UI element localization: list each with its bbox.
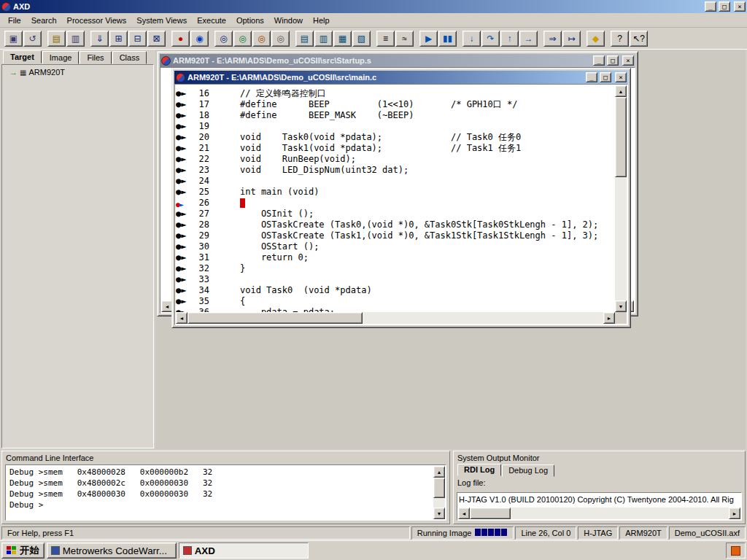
start-button[interactable]: 开始 [1,542,44,559]
code-line[interactable]: ●► 23 void LED_DispNum(uint32 dat); [176,165,615,176]
register-window-button[interactable]: ⊟ [128,31,147,47]
breakpoint-gutter[interactable]: ●► [176,121,186,132]
scroll-up-button[interactable]: ▲ [615,85,627,97]
log-horizontal-scrollbar[interactable]: ◄ ► [458,508,740,519]
backtrace-window-button[interactable]: ▥ [314,31,333,47]
load-session-button[interactable]: ▥ [66,31,85,47]
startup-maximize-button[interactable]: □ [607,55,619,66]
main-maximize-button[interactable]: □ [600,72,611,82]
high-level-symbols-button[interactable]: ≈ [395,31,414,47]
app-maximize-button[interactable]: □ [719,1,730,12]
menu-item[interactable]: Processor Views [62,15,132,26]
editor-horizontal-scrollbar[interactable]: ◄ ► [176,312,615,324]
find-in-source-button[interactable]: ◎ [271,31,290,47]
scrollbar-thumb[interactable] [615,97,627,177]
tree-item-arm920t[interactable]: → ▦ ARM920T [2,65,153,77]
tab-rdi-log[interactable]: RDI Log [457,464,501,476]
scroll-up-button[interactable]: ▲ [433,466,445,478]
main-source-window[interactable]: ARM920T - E:\ARM\ADS\Demo_uCOSII\src\mai… [171,68,631,328]
breakpoint-gutter[interactable]: ●► [176,165,186,176]
code-line[interactable]: ●► 24 [176,176,615,187]
code-line[interactable]: ●► 30 OSStart (); [176,241,615,252]
stop-button[interactable]: ▮▮ [438,31,457,47]
watch-window-button[interactable]: ⊠ [147,31,166,47]
set-pc-button[interactable]: ⇒ [543,31,562,47]
menu-item[interactable]: Help [308,15,335,26]
breakpoint-gutter[interactable]: ●► [176,143,186,154]
source-view-button[interactable]: ◎ [214,31,233,47]
log-file-view[interactable]: H-JTAG V1.0 (BUILD 20100120) Copyright (… [457,492,742,521]
open-file-button[interactable]: ▤ [47,31,66,47]
run-button[interactable]: ▶ [419,31,438,47]
code-line[interactable]: ●► 19 [176,121,615,132]
breakpoint-gutter[interactable]: ●► [176,241,186,252]
code-line[interactable]: ●► 22 void RunBeep(void); [176,154,615,165]
load-image-button[interactable]: ▣ [4,31,23,47]
breakpoint-gutter[interactable]: ●► [176,99,186,110]
goto-button[interactable]: ↦ [562,31,581,47]
scrollbar-thumb[interactable] [470,508,511,519]
step-over-button[interactable]: ↷ [481,31,500,47]
menu-item[interactable]: Search [26,15,62,26]
toggle-watchpoint-button[interactable]: ◉ [190,31,209,47]
code-line[interactable]: ●► 29 OSTaskCreate (Task1,(void *)0, &Ta… [176,230,615,241]
memory-map-window-button[interactable]: ▧ [352,31,371,47]
source-code-view[interactable]: ●► 16 // 定义蜂鸣器控制口 ●► 17 #define BEEP (1<… [176,85,615,312]
main-minimize-button[interactable]: _ [586,72,597,82]
menu-item[interactable]: Options [231,15,269,26]
tab-class[interactable]: Class [112,51,147,64]
console-window-button[interactable]: ▦ [333,31,352,47]
breakpoint-gutter[interactable]: ●► [176,110,186,121]
hjtag-tray-icon[interactable] [731,546,740,556]
code-line[interactable]: ●► 31 return 0; [176,252,615,263]
code-line[interactable]: ●► 35 { [176,296,615,307]
breakpoint-gutter[interactable]: ●► [176,154,186,165]
breakpoint-gutter[interactable]: ●► [176,198,186,209]
scroll-right-button[interactable]: ► [603,312,615,324]
editor-vertical-scrollbar[interactable]: ▲ ▼ [615,85,627,312]
code-line[interactable]: ●► 36 pdata = pdata; [176,307,615,312]
scroll-left-button[interactable]: ◄ [176,312,187,324]
menu-item[interactable]: File [3,15,26,26]
cli-vertical-scrollbar[interactable]: ▲ ▼ [433,466,445,519]
code-line[interactable]: ●► 21 void Task1(void *pdata); // Task1 … [176,143,615,154]
tab-debug-log[interactable]: Debug Log [502,464,554,477]
startup-minimize-button[interactable]: _ [593,55,605,66]
low-level-symbols-button[interactable]: ≡ [376,31,395,47]
tab-target[interactable]: Target [3,50,42,63]
scroll-right-button[interactable]: ► [729,508,740,519]
help-button[interactable]: ? [611,31,629,47]
tab-image[interactable]: Image [42,51,80,64]
run-to-cursor-button[interactable]: → [519,31,538,47]
scrollbar-thumb[interactable] [433,478,445,498]
breakpoint-gutter[interactable]: ●► [176,274,186,285]
flash-download-button[interactable]: ⇓ [90,31,109,47]
menu-item[interactable]: Execute [192,15,231,26]
breakpoint-gutter[interactable]: ●► [176,132,186,143]
main-close-button[interactable]: × [615,72,627,82]
scrollbar-thumb[interactable] [187,312,363,324]
breakpoint-gutter[interactable]: ●► [176,263,186,274]
menu-item[interactable]: System Views [131,15,192,26]
breakpoint-gutter[interactable]: ●► [176,209,186,219]
breakpoint-gutter[interactable]: ●► [176,187,186,198]
tab-files[interactable]: Files [80,51,111,64]
code-line[interactable]: ●► 34 void Task0 (void *pdata) [176,285,615,296]
breakpoint-gutter[interactable]: ●► [176,88,186,99]
scroll-left-button[interactable]: ◄ [458,508,470,519]
code-line[interactable]: ●► 32 } [176,263,615,274]
step-in-button[interactable]: ↓ [462,31,481,47]
task-codewarrior[interactable]: Metrowerks CodeWarr... [47,542,177,559]
breakpoint-gutter[interactable]: ●► [176,252,186,263]
code-line[interactable]: ●► 27 OSInit (); [176,209,615,219]
code-line[interactable]: ●► 28 OSTaskCreate (Task0,(void *)0, &Ta… [176,219,615,230]
step-out-button[interactable]: ↑ [500,31,519,47]
code-line[interactable]: ●► 33 [176,274,615,285]
interleave-view-button[interactable]: ◎ [252,31,271,47]
disassembly-view-button[interactable]: ◎ [233,31,252,47]
breakpoint-gutter[interactable]: ●► [176,285,186,296]
breakpoint-gutter[interactable]: ●► [176,230,186,241]
breakpoint-gutter[interactable]: ●► [176,219,186,230]
code-line[interactable]: ●► 18 #define BEEP_MASK (~BEEP) [176,110,615,121]
app-minimize-button[interactable]: _ [705,1,716,12]
